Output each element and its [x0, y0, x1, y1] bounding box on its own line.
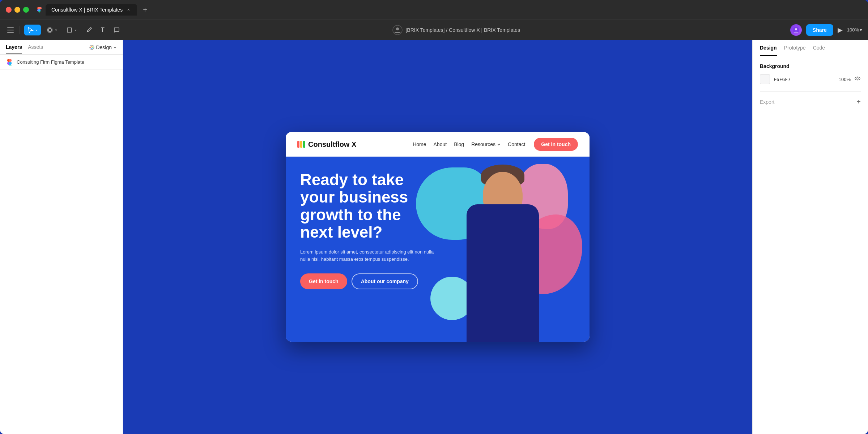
background-opacity[interactable]: 100% [839, 77, 851, 82]
eye-icon [854, 75, 861, 82]
logo-stripe-green [303, 141, 305, 148]
hamburger-menu[interactable] [6, 26, 15, 34]
hero-section: Ready to take your business growth to th… [286, 157, 590, 342]
frame-dropdown-icon [55, 29, 58, 31]
svg-point-9 [795, 28, 797, 30]
tab-prototype[interactable]: Prototype [784, 45, 806, 56]
breadcrumb: [BRIX Templates] / Consultflow X | BRIX … [405, 27, 520, 33]
layer-item[interactable]: Consulting Firm Figma Template [0, 55, 123, 69]
maximize-button[interactable] [23, 7, 29, 13]
right-panel: Design Prototype Code Background F6F6F7 … [752, 40, 868, 434]
logo-rainbow [297, 141, 305, 148]
background-color-row: F6F6F7 100% [760, 74, 861, 84]
background-color-hex[interactable]: F6F6F7 [774, 77, 791, 82]
svg-point-12 [92, 46, 93, 47]
text-tool-label: T [101, 27, 105, 33]
browser-window: Consultflow X | BRIX Templates × + [0, 0, 868, 434]
window-controls [6, 7, 29, 13]
background-section: Background F6F6F7 100% [760, 63, 861, 84]
palette-icon [89, 45, 94, 50]
shape-tool-btn[interactable] [63, 25, 80, 35]
right-panel-content: Background F6F6F7 100% [753, 56, 868, 113]
nav-cta-button[interactable]: Get in touch [534, 138, 578, 151]
main-area: Layers Assets Design [0, 40, 868, 434]
nav-link-contact[interactable]: Contact [508, 141, 525, 147]
figma-logo-icon [36, 7, 43, 13]
tab-close-btn[interactable]: × [125, 7, 131, 13]
design-mode-dropdown[interactable]: Design [89, 44, 117, 54]
rectangle-icon [66, 27, 73, 33]
logo-stripe-red [297, 141, 299, 148]
panel-divider [0, 69, 123, 69]
hero-cta-secondary[interactable]: About our company [352, 273, 418, 289]
close-button[interactable] [6, 7, 12, 13]
hero-buttons: Get in touch About our company [300, 273, 438, 289]
svg-rect-5 [67, 28, 72, 32]
left-panel: Layers Assets Design [0, 40, 123, 434]
tab-bar: Consultflow X | BRIX Templates × + [0, 0, 868, 20]
visibility-toggle[interactable] [854, 75, 861, 83]
svg-point-11 [90, 47, 92, 48]
select-tool-btn[interactable] [24, 25, 41, 35]
hero-cta-primary[interactable]: Get in touch [300, 273, 347, 289]
select-dropdown-icon [35, 29, 38, 31]
user-profile-icon [392, 25, 403, 35]
pen-tool-btn[interactable] [83, 25, 95, 35]
toolbar-right: Share ▶ 100% ▾ [790, 24, 862, 36]
minimize-button[interactable] [14, 7, 20, 13]
logo-stripe-yellow [300, 141, 302, 148]
website-frame: Consultflow X Home About Blog Resources … [286, 132, 590, 342]
chevron-down-icon [113, 46, 117, 49]
hero-title: Ready to take your business growth to th… [300, 171, 438, 241]
nav-link-resources[interactable]: Resources [471, 141, 501, 147]
avatar-icon [792, 26, 800, 34]
frame-icon [47, 27, 53, 33]
comment-tool-btn[interactable] [110, 25, 123, 35]
zoom-control[interactable]: 100% ▾ [847, 27, 862, 33]
logo-text: Consultflow X [308, 140, 356, 149]
design-label: Design [96, 44, 112, 50]
cursor-icon [27, 27, 34, 33]
hero-content: Ready to take your business growth to th… [300, 171, 438, 289]
frame-tool-btn[interactable] [44, 25, 60, 35]
left-panel-tabs: Layers Assets Design [0, 40, 123, 55]
svg-point-13 [93, 47, 94, 48]
divider-1 [20, 26, 20, 34]
svg-point-16 [857, 78, 858, 79]
nav-links: Home About Blog Resources Contact [413, 141, 525, 147]
tab-title: Consultflow X | BRIX Templates [51, 7, 123, 13]
nav-link-blog[interactable]: Blog [454, 141, 464, 147]
site-navbar: Consultflow X Home About Blog Resources … [286, 132, 590, 157]
layer-label: Consulting Firm Figma Template [17, 59, 84, 65]
figma-layer-icon [6, 58, 13, 65]
play-button[interactable]: ▶ [838, 26, 843, 34]
nav-link-home[interactable]: Home [413, 141, 426, 147]
export-section: Export + [760, 92, 861, 106]
canvas-area[interactable]: Consultflow X Home About Blog Resources … [123, 40, 752, 434]
background-label: Background [760, 63, 861, 69]
new-tab-btn[interactable]: + [140, 4, 150, 16]
active-tab[interactable]: Consultflow X | BRIX Templates × [46, 4, 137, 16]
tab-layers[interactable]: Layers [6, 44, 22, 54]
pen-icon [86, 27, 92, 33]
tab-design[interactable]: Design [760, 45, 777, 56]
tab-assets[interactable]: Assets [28, 44, 43, 54]
export-add-btn[interactable]: + [856, 98, 861, 106]
export-label: Export [760, 99, 774, 105]
tab-code[interactable]: Code [813, 45, 825, 56]
svg-point-7 [396, 27, 399, 30]
nav-link-about[interactable]: About [434, 141, 447, 147]
svg-rect-0 [48, 29, 51, 31]
text-tool-btn[interactable]: T [98, 25, 107, 35]
export-row: Export + [760, 98, 861, 106]
share-button[interactable]: Share [806, 24, 833, 36]
svg-point-15 [855, 77, 860, 80]
hero-description: Lorem ipsum dolor sit amet, consectetur … [300, 248, 438, 264]
background-color-swatch[interactable] [760, 74, 770, 84]
person-image [445, 168, 561, 342]
toolbar-center: [BRIX Templates] / Consultflow X | BRIX … [125, 25, 787, 35]
resources-chevron-icon [497, 142, 501, 146]
person-silhouette [445, 168, 561, 342]
breadcrumb-text: [BRIX Templates] / Consultflow X | BRIX … [405, 27, 520, 33]
figma-toolbar: T [BRIX Templates] / Consultflow X | BRI… [0, 20, 868, 40]
